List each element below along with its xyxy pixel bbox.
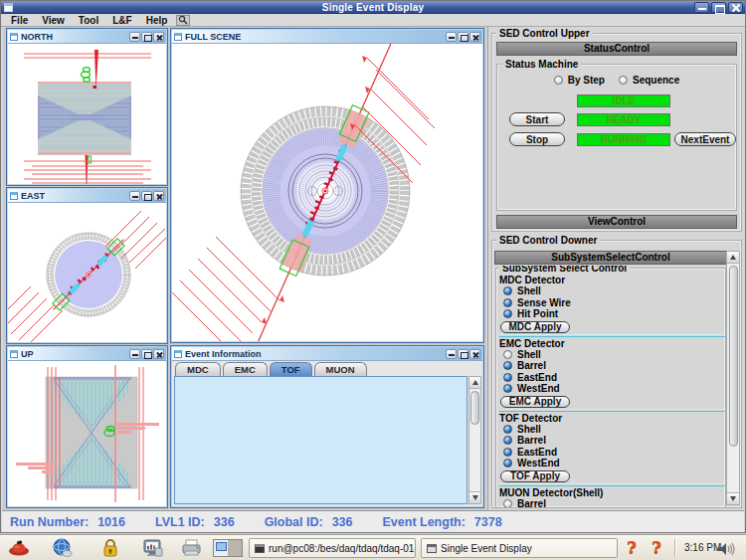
taskbar-item-terminal[interactable]: run@pc08:/bes/daq/tdaq/tdaq-01-04-00/sed… [249,538,416,558]
emc-radio-barrel[interactable]: Barrel [499,360,725,372]
frame-close-icon[interactable] [153,32,164,42]
main-menu-icon[interactable] [8,538,30,558]
up-view-canvas [8,361,166,506]
frame-close-icon[interactable] [153,349,164,359]
magnifier-icon[interactable] [176,15,190,26]
radio-icon[interactable] [503,309,512,318]
volume-icon[interactable] [716,539,738,559]
tab-tof[interactable]: TOF [270,362,312,376]
radio-icon[interactable] [503,499,512,507]
scroll-down-icon[interactable] [469,491,480,503]
subsystem-scrollbar[interactable] [726,251,740,505]
menubar: File View Tool L&F Help [1,14,745,27]
main-titlebar[interactable]: Single Event Display [1,1,745,14]
close-icon[interactable] [728,2,743,13]
tof-radio-westend[interactable]: WestEnd [499,458,725,469]
radio-icon[interactable] [503,350,512,359]
frame-maximize-icon[interactable] [141,32,152,42]
radio-icon[interactable] [503,373,512,382]
frame-minimize-icon[interactable] [446,32,457,42]
mdc-radio-hit-point[interactable]: Hit Point [499,308,725,320]
mdc-apply-button[interactable]: MDC Apply [500,321,570,333]
minimize-icon[interactable] [694,2,709,13]
emc-radio-westend[interactable]: WestEnd [499,383,725,395]
tof-radio-eastend[interactable]: EastEnd [499,447,725,459]
frame-north-titlebar[interactable]: NORTH [8,30,166,44]
radio-icon[interactable] [503,459,512,467]
frame-full-scene-titlebar[interactable]: FULL SCENE [172,30,482,44]
lock-icon[interactable] [99,538,121,558]
radio-icon[interactable] [554,76,563,85]
emc-apply-button[interactable]: EMC Apply [500,396,570,408]
frame-maximize-icon[interactable] [458,349,468,359]
frame-close-icon[interactable] [469,349,480,359]
subsystem-select-legend: SubSystem Select Control [499,266,630,274]
menu-file[interactable]: File [4,15,35,26]
start-button[interactable]: Start [509,112,565,126]
emc-radio-shell[interactable]: Shell [499,349,725,361]
frame-close-icon[interactable] [469,32,480,42]
printer-icon[interactable] [181,538,203,558]
tof-radio-barrel[interactable]: Barrel [499,435,725,447]
radio-icon[interactable] [503,384,512,393]
workspace-1[interactable] [214,540,228,556]
emc-radio-eastend[interactable]: EastEnd [499,372,725,384]
frame-east-titlebar[interactable]: EAST [8,189,166,203]
frame-north: NORTH [6,28,168,186]
radio-icon[interactable] [619,76,628,85]
frame-minimize-icon[interactable] [129,32,140,42]
radio-icon[interactable] [503,425,512,434]
mdc-radio-sense-wire[interactable]: Sense Wire [499,297,725,309]
tab-mdc[interactable]: MDC [175,362,221,376]
frame-minimize-icon[interactable] [129,349,140,359]
scroll-up-icon[interactable] [727,252,739,264]
frame-event-info-titlebar[interactable]: Event Information [172,347,482,361]
scroll-down-icon[interactable] [727,492,739,504]
status-box-running: RUNNING [577,133,670,146]
radio-icon[interactable] [503,448,512,457]
event-info-scrollbar[interactable] [468,376,481,504]
frame-maximize-icon[interactable] [458,32,468,42]
tof-radio-shell[interactable]: Shell [499,424,725,436]
radio-icon[interactable] [503,286,512,295]
status-machine-legend: Status Machine [502,59,581,70]
frame-east: EAST [6,187,168,344]
menu-help[interactable]: Help [139,15,175,26]
frame-minimize-icon[interactable] [129,191,140,201]
frame-minimize-icon[interactable] [446,349,457,359]
scroll-up-icon[interactable] [469,377,480,389]
system-monitor-icon[interactable] [142,538,164,558]
menu-lf[interactable]: L&F [105,15,138,26]
menu-tool[interactable]: Tool [72,15,105,26]
view-control-header[interactable]: ViewControl [496,215,737,229]
missing-icon-question-2[interactable]: ? [652,537,661,557]
radio-icon[interactable] [503,298,512,307]
stop-button[interactable]: Stop [509,132,565,146]
muon-radio-barrel[interactable]: Barrel [499,498,725,508]
radio-sequence[interactable]: Sequence [619,75,679,86]
frame-close-icon[interactable] [153,191,164,201]
lvl1-id-label: LVL1 ID: [155,515,205,529]
east-view [8,203,166,342]
web-browser-icon[interactable] [52,538,74,558]
scrollbar-thumb[interactable] [470,391,479,425]
mdc-radio-shell[interactable]: Shell [499,285,725,297]
tab-emc[interactable]: EMC [223,362,268,376]
tof-apply-button[interactable]: TOF Apply [500,470,570,482]
workspace-switcher[interactable] [213,539,243,557]
radio-icon[interactable] [503,436,512,445]
tab-muon[interactable]: MUON [314,362,367,376]
scrollbar-thumb[interactable] [729,266,738,447]
missing-icon-question-1[interactable]: ? [627,537,637,557]
radio-icon[interactable] [503,361,512,370]
next-event-button[interactable]: NextEvent [674,132,736,146]
frame-maximize-icon[interactable] [141,191,152,201]
sed-control-downer: SED Control Downer SubSystemSelectContro… [491,240,742,508]
frame-maximize-icon[interactable] [141,349,152,359]
taskbar-item-sed[interactable]: Single Event Display [421,538,618,558]
maximize-icon[interactable] [711,2,726,13]
workspace-2[interactable] [228,540,242,556]
radio-by-step[interactable]: By Step [554,75,605,86]
frame-up-titlebar[interactable]: UP [8,347,166,361]
menu-view[interactable]: View [35,15,72,26]
